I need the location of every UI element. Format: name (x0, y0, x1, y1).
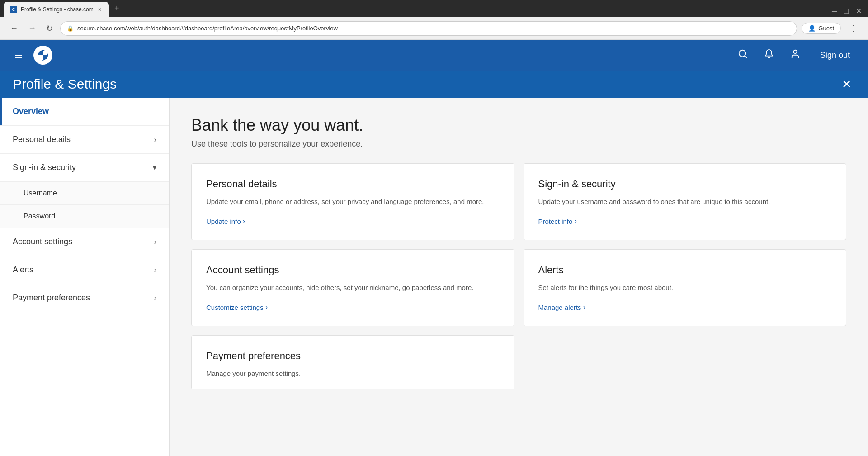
sidebar-item-payment-preferences-label: Payment preferences (13, 293, 90, 303)
cards-grid: Personal details Update your email, phon… (191, 163, 846, 390)
hamburger-button[interactable]: ☰ (11, 46, 26, 64)
update-info-link-chevron: › (243, 217, 245, 225)
update-info-link-text: Update info (206, 218, 241, 225)
card-sign-in-security-desc: Update your username and password to one… (538, 196, 832, 207)
card-account-settings: Account settings You can organize your a… (191, 249, 514, 326)
tab-favicon: C (10, 6, 17, 13)
profile-settings-banner: Profile & Settings ✕ (0, 71, 868, 98)
card-alerts: Alerts Set alerts for the things you car… (524, 249, 847, 326)
payment-preferences-chevron-icon: › (154, 294, 156, 302)
card-payment-preferences: Payment preferences Manage your payment … (191, 335, 514, 390)
address-bar[interactable]: 🔒 secure.chase.com/web/auth/dashboard#/d… (60, 21, 797, 36)
card-payment-preferences-title: Payment preferences (206, 350, 500, 362)
card-account-settings-desc: You can organize your accounts, hide oth… (206, 282, 500, 293)
card-personal-details-desc: Update your email, phone or address, set… (206, 196, 500, 207)
sidebar-item-personal-details-label: Personal details (13, 135, 71, 144)
sidebar-item-overview-label: Overview (13, 107, 49, 116)
sidebar-item-overview[interactable]: Overview (0, 98, 169, 126)
account-button[interactable] (787, 45, 804, 65)
header-right: Sign out (734, 45, 857, 65)
sidebar: Overview Personal details › Sign-in & se… (0, 98, 170, 456)
sidebar-sub-item-password[interactable]: Password (0, 205, 169, 228)
window-minimize-button[interactable]: ─ (829, 7, 840, 15)
protect-info-link-text: Protect info (538, 218, 573, 225)
sidebar-item-account-settings-label: Account settings (13, 237, 72, 247)
guest-account-icon: 👤 (808, 25, 816, 32)
lock-icon: 🔒 (67, 25, 74, 32)
sidebar-item-account-settings[interactable]: Account settings › (0, 228, 169, 256)
content-heading: Bank the way you want. (191, 116, 846, 135)
card-personal-details: Personal details Update your email, phon… (191, 163, 514, 240)
account-settings-chevron-icon: › (154, 238, 156, 246)
protect-info-link-chevron: › (574, 217, 576, 225)
content-subheading: Use these tools to personalize your expe… (191, 139, 846, 149)
svg-point-5 (793, 50, 797, 53)
sign-in-security-chevron-icon: ▾ (153, 163, 156, 172)
manage-alerts-link[interactable]: Manage alerts › (538, 303, 832, 311)
sidebar-item-sign-in-security-label: Sign-in & security (13, 163, 76, 172)
manage-alerts-link-chevron: › (583, 303, 585, 311)
chase-logo (33, 46, 52, 65)
url-text: secure.chase.com/web/auth/dashboard#/das… (77, 25, 338, 32)
chase-logo-svg (37, 49, 49, 62)
window-close-button[interactable]: ✕ (853, 7, 864, 15)
card-payment-preferences-desc: Manage your payment settings. (206, 368, 500, 379)
search-button[interactable] (734, 45, 751, 65)
guest-button[interactable]: 👤 Guest (802, 23, 841, 34)
sidebar-item-alerts-label: Alerts (13, 265, 33, 275)
account-icon (790, 49, 800, 59)
forward-button[interactable]: → (25, 22, 39, 35)
notification-button[interactable] (760, 45, 778, 65)
svg-line-4 (745, 56, 746, 57)
search-icon (738, 49, 748, 59)
sidebar-item-payment-preferences[interactable]: Payment preferences › (0, 284, 169, 312)
customize-settings-link[interactable]: Customize settings › (206, 303, 500, 311)
card-sign-in-security: Sign-in & security Update your username … (524, 163, 847, 240)
profile-banner-title: Profile & Settings (13, 76, 117, 92)
customize-settings-link-text: Customize settings (206, 304, 264, 311)
sidebar-sub-item-password-label: Password (24, 212, 55, 220)
content-area: Bank the way you want. Use these tools t… (170, 98, 868, 456)
browser-menu-button[interactable]: ⋮ (845, 22, 861, 35)
guest-label: Guest (818, 25, 834, 32)
banner-close-button[interactable]: ✕ (838, 74, 855, 95)
card-account-settings-title: Account settings (206, 264, 500, 276)
sidebar-sub-item-username-label: Username (24, 189, 57, 197)
card-sign-in-security-title: Sign-in & security (538, 178, 832, 190)
tab-title: Profile & Settings - chase.com (21, 6, 94, 13)
sidebar-item-sign-in-security[interactable]: Sign-in & security ▾ (0, 154, 169, 182)
address-bar-row: ← → ↻ 🔒 secure.chase.com/web/auth/dashbo… (0, 17, 868, 40)
tab-close-button[interactable]: × (97, 6, 103, 13)
window-maximize-button[interactable]: □ (841, 7, 851, 15)
back-button[interactable]: ← (7, 22, 21, 35)
card-alerts-title: Alerts (538, 264, 832, 276)
new-tab-button[interactable]: + (111, 4, 123, 16)
manage-alerts-link-text: Manage alerts (538, 304, 581, 311)
main-layout: Overview Personal details › Sign-in & se… (0, 98, 868, 456)
svg-rect-1 (43, 51, 47, 55)
card-alerts-desc: Set alerts for the things you care most … (538, 282, 832, 293)
card-personal-details-title: Personal details (206, 178, 500, 190)
sidebar-item-alerts[interactable]: Alerts › (0, 256, 169, 284)
chase-header: ☰ Sign out (0, 40, 868, 71)
reload-button[interactable]: ↻ (43, 22, 56, 35)
sign-out-button[interactable]: Sign out (813, 47, 857, 64)
protect-info-link[interactable]: Protect info › (538, 217, 832, 225)
personal-details-chevron-icon: › (154, 136, 156, 144)
customize-settings-link-chevron: › (265, 303, 268, 311)
sidebar-item-personal-details[interactable]: Personal details › (0, 126, 169, 154)
sidebar-sub-item-username[interactable]: Username (0, 182, 169, 205)
browser-tab[interactable]: C Profile & Settings - chase.com × (4, 2, 109, 17)
update-info-link[interactable]: Update info › (206, 217, 500, 225)
notification-icon (764, 49, 774, 59)
svg-rect-2 (38, 55, 43, 60)
alerts-chevron-icon: › (154, 266, 156, 274)
